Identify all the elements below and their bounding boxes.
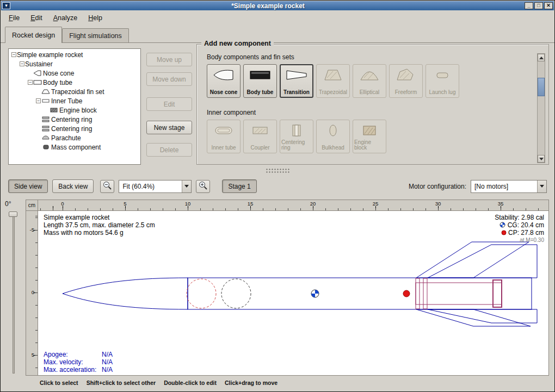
- tree-item-body-tube[interactable]: Body tube: [9, 78, 140, 87]
- add-freeform-fin-button[interactable]: Freeform: [389, 64, 423, 98]
- body-tube-icon: [249, 68, 271, 84]
- add-component-title: Add new component: [201, 40, 274, 47]
- motor-configuration-select[interactable]: [No motors]: [471, 180, 547, 193]
- elliptical-fin-icon: [359, 68, 380, 84]
- tree-item-inner-tube[interactable]: Inner Tube: [9, 96, 140, 105]
- add-trapezoidal-fin-button[interactable]: Trapezoidal: [316, 64, 350, 98]
- tab-flight-simulations[interactable]: Flight simulations: [62, 28, 129, 42]
- maximize-button[interactable]: □: [534, 2, 543, 9]
- tree-item-centering-ring-1[interactable]: Centering ring: [9, 115, 140, 124]
- component-scrollbar[interactable]: [537, 53, 545, 163]
- rocket-mass: Mass with no motors 54.6 g: [44, 229, 155, 237]
- menubar: File Edit Analyze Help: [1, 10, 554, 25]
- menu-analyze[interactable]: Analyze: [49, 13, 82, 23]
- splitter-handle[interactable]: [266, 168, 291, 173]
- flight-info-block: Apogee:N/A Max. velocity:N/A Max. accele…: [44, 351, 113, 374]
- launch-lug-icon: [431, 68, 453, 84]
- tree-item-engine-block[interactable]: Engine block: [9, 105, 140, 115]
- tree-item-root[interactable]: Simple example rocket: [9, 50, 140, 59]
- transition-icon: [286, 68, 307, 84]
- hint-click-to-select: Click to select: [40, 379, 78, 386]
- rotation-slider-handle[interactable]: [9, 211, 17, 217]
- add-transition-button[interactable]: Transition: [280, 64, 313, 98]
- tree-item-mass-component[interactable]: Mass component: [9, 142, 140, 152]
- horizontal-ruler: 0 5 10 15 20 25 30 35: [38, 200, 548, 211]
- scroll-down-arrow[interactable]: [538, 155, 545, 163]
- centering-ring-icon: [41, 126, 51, 132]
- new-stage-button[interactable]: New stage: [146, 121, 192, 134]
- rocket-name: Simple example rocket: [44, 214, 155, 221]
- cg-icon: [499, 222, 505, 228]
- add-elliptical-fin-button[interactable]: Elliptical: [353, 64, 386, 98]
- tree-item-trapezoidal-fin-set[interactable]: Trapezoidal fin set: [9, 87, 140, 96]
- scroll-up-arrow[interactable]: [538, 54, 545, 61]
- tree-item-parachute[interactable]: Parachute: [9, 133, 140, 142]
- titlebar[interactable]: ▾ *Simple example rocket _ □ ✕: [1, 1, 554, 10]
- add-centering-ring-button[interactable]: Centering ring: [280, 120, 313, 153]
- chevron-down-icon: [537, 181, 546, 192]
- stability-block: Stability: 2.98 cal CG: 20.4 cm CP: 27.8…: [495, 214, 544, 244]
- stability-value: Stability: 2.98 cal: [495, 214, 544, 221]
- add-component-group: Add new component Body components and fi…: [196, 44, 549, 165]
- cp-value: CP: 27.8 cm: [508, 229, 544, 237]
- add-launch-lug-button[interactable]: Launch lug: [425, 64, 459, 98]
- freeform-fin-icon: [395, 68, 417, 84]
- rocket-canvas[interactable]: Simple example rocket Length 37.5 cm, ma…: [38, 211, 548, 375]
- menu-file[interactable]: File: [4, 13, 24, 23]
- add-coupler-button[interactable]: Coupler: [243, 120, 277, 153]
- scrollbar-thumb[interactable]: [538, 78, 545, 96]
- engine-block-icon: [50, 107, 59, 114]
- move-up-button[interactable]: Move up: [146, 53, 192, 66]
- zoom-in-icon: [198, 181, 208, 192]
- minimize-button[interactable]: _: [525, 2, 533, 9]
- max-velocity-value: N/A: [102, 358, 113, 366]
- expander-minus-icon[interactable]: [11, 52, 16, 57]
- delete-button[interactable]: Delete: [146, 143, 192, 157]
- zoom-in-button[interactable]: [196, 180, 210, 193]
- stage-1-toggle[interactable]: Stage 1: [222, 179, 256, 193]
- component-tree[interactable]: Simple example rocket Sustainer Nose con…: [8, 48, 141, 165]
- parachute-icon: [41, 135, 51, 141]
- tree-action-buttons: Move up Move down Edit New stage Delete: [146, 53, 192, 157]
- move-down-button[interactable]: Move down: [146, 72, 192, 86]
- cp-marker: [403, 290, 410, 297]
- tree-item-nose-cone[interactable]: Nose cone: [9, 69, 140, 78]
- tab-bar: Rocket design Flight simulations: [1, 26, 554, 43]
- app-window: ▾ *Simple example rocket _ □ ✕ File Edit…: [0, 0, 555, 392]
- cg-value: CG: 20.4 cm: [508, 221, 544, 229]
- edit-button[interactable]: Edit: [146, 97, 192, 111]
- close-button[interactable]: ✕: [544, 2, 553, 9]
- body-components-label: Body components and fin sets: [207, 53, 294, 61]
- add-nose-cone-button[interactable]: Nose cone: [207, 64, 240, 98]
- tree-item-sustainer[interactable]: Sustainer: [9, 59, 140, 69]
- statusbar: Click to select Shift+click to select ot…: [1, 378, 554, 387]
- rotation-slider-track[interactable]: [13, 213, 15, 374]
- add-inner-tube-button[interactable]: Inner tube: [207, 120, 240, 153]
- rocket-dimensions: Length 37.5 cm, max. diameter 2.5 cm: [44, 221, 155, 229]
- nose-cone-icon: [33, 70, 43, 77]
- menu-help[interactable]: Help: [84, 13, 107, 23]
- expander-minus-icon[interactable]: [20, 61, 24, 66]
- coupler-icon: [249, 123, 271, 140]
- menu-edit[interactable]: Edit: [26, 13, 47, 23]
- side-view-button[interactable]: Side view: [8, 179, 48, 193]
- add-bulkhead-button[interactable]: Bulkhead: [316, 120, 350, 153]
- chevron-down-icon: [182, 181, 191, 192]
- tree-item-centering-ring-2[interactable]: Centering ring: [9, 124, 140, 133]
- inner-component-label: Inner component: [207, 109, 256, 116]
- add-body-tube-button[interactable]: Body tube: [243, 64, 277, 98]
- window-menu-icon[interactable]: ▾: [2, 2, 10, 9]
- zoom-select[interactable]: Fit (60.4%): [119, 180, 192, 193]
- expander-minus-icon[interactable]: [36, 98, 41, 103]
- expander-minus-icon[interactable]: [28, 80, 33, 85]
- zoom-out-button[interactable]: [100, 180, 114, 193]
- apogee-label: Apogee:: [44, 351, 102, 358]
- back-view-button[interactable]: Back view: [52, 179, 94, 193]
- add-engine-block-button[interactable]: Engine block: [353, 120, 386, 153]
- tab-rocket-design[interactable]: Rocket design: [5, 27, 62, 43]
- rocket-info-block: Simple example rocket Length 37.5 cm, ma…: [44, 214, 155, 237]
- trapezoidal-fin-icon: [322, 68, 344, 84]
- motor-configuration-label: Motor configuration:: [409, 183, 466, 190]
- inner-component-buttons: Inner tube Coupler Centering ring Bulkhe…: [207, 120, 386, 153]
- cp-icon: [501, 230, 507, 235]
